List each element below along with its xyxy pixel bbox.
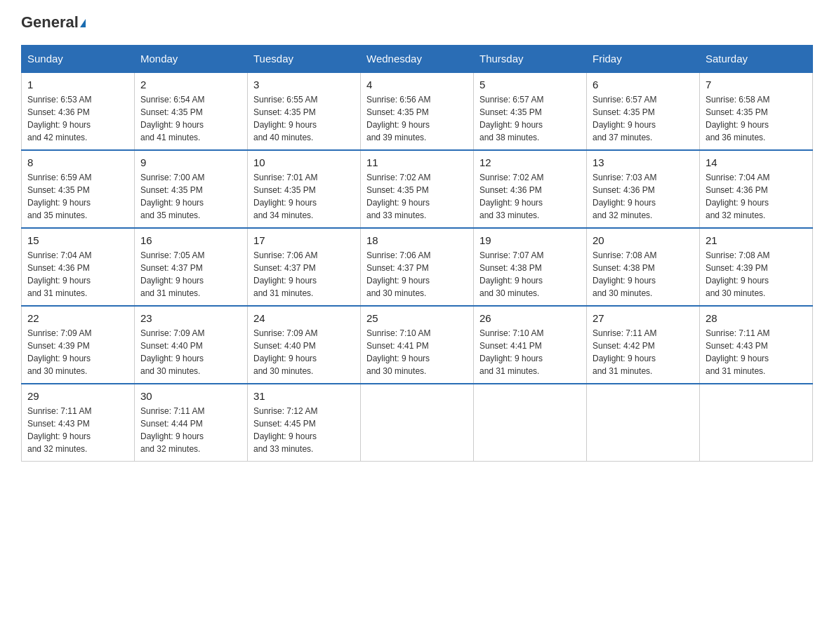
- day-info: Sunrise: 7:01 AM Sunset: 4:35 PM Dayligh…: [253, 171, 355, 222]
- weekday-header-sunday: Sunday: [22, 46, 135, 73]
- day-number: 20: [593, 234, 694, 246]
- day-info: Sunrise: 7:09 AM Sunset: 4:40 PM Dayligh…: [253, 327, 355, 377]
- day-number: 28: [706, 312, 807, 324]
- day-number: 1: [27, 79, 128, 90]
- logo-line1: General: [21, 14, 86, 31]
- day-info: Sunrise: 7:11 AM Sunset: 4:43 PM Dayligh…: [27, 405, 128, 455]
- day-number: 21: [706, 234, 807, 246]
- day-info: Sunrise: 7:11 AM Sunset: 4:43 PM Dayligh…: [706, 327, 807, 377]
- calendar-cell: [361, 384, 474, 462]
- day-info: Sunrise: 7:12 AM Sunset: 4:45 PM Dayligh…: [253, 405, 355, 455]
- calendar-cell: [700, 384, 813, 462]
- day-number: 19: [479, 234, 581, 246]
- day-info: Sunrise: 7:10 AM Sunset: 4:41 PM Dayligh…: [366, 327, 468, 377]
- day-number: 3: [253, 79, 355, 90]
- calendar-cell: 16 Sunrise: 7:05 AM Sunset: 4:37 PM Dayl…: [135, 228, 248, 306]
- calendar-cell: 31 Sunrise: 7:12 AM Sunset: 4:45 PM Dayl…: [248, 384, 361, 462]
- day-number: 11: [366, 156, 468, 168]
- calendar-cell: 13 Sunrise: 7:03 AM Sunset: 4:36 PM Dayl…: [587, 150, 700, 228]
- day-number: 23: [140, 312, 241, 324]
- calendar-cell: 14 Sunrise: 7:04 AM Sunset: 4:36 PM Dayl…: [700, 150, 813, 228]
- calendar-body: 1 Sunrise: 6:53 AM Sunset: 4:36 PM Dayli…: [22, 72, 813, 462]
- calendar-cell: 18 Sunrise: 7:06 AM Sunset: 4:37 PM Dayl…: [361, 228, 474, 306]
- day-info: Sunrise: 7:02 AM Sunset: 4:36 PM Dayligh…: [479, 171, 581, 222]
- calendar-cell: 17 Sunrise: 7:06 AM Sunset: 4:37 PM Dayl…: [248, 228, 361, 306]
- day-number: 17: [253, 234, 355, 246]
- day-number: 8: [27, 156, 128, 168]
- day-number: 16: [140, 234, 241, 246]
- day-number: 13: [593, 156, 694, 168]
- day-number: 2: [140, 79, 241, 90]
- weekday-header-wednesday: Wednesday: [361, 46, 474, 73]
- weekday-header-thursday: Thursday: [474, 46, 587, 73]
- day-info: Sunrise: 7:09 AM Sunset: 4:40 PM Dayligh…: [140, 327, 241, 377]
- logo-triangle-icon: [80, 19, 86, 27]
- day-number: 30: [140, 390, 241, 402]
- day-number: 4: [366, 79, 468, 90]
- calendar-cell: 4 Sunrise: 6:56 AM Sunset: 4:35 PM Dayli…: [361, 72, 474, 150]
- calendar-week-row: 15 Sunrise: 7:04 AM Sunset: 4:36 PM Dayl…: [22, 228, 813, 306]
- calendar-week-row: 1 Sunrise: 6:53 AM Sunset: 4:36 PM Dayli…: [22, 72, 813, 150]
- calendar-cell: 8 Sunrise: 6:59 AM Sunset: 4:35 PM Dayli…: [22, 150, 135, 228]
- weekday-header-row: SundayMondayTuesdayWednesdayThursdayFrid…: [22, 46, 813, 73]
- calendar-week-row: 22 Sunrise: 7:09 AM Sunset: 4:39 PM Dayl…: [22, 306, 813, 384]
- calendar-cell: 30 Sunrise: 7:11 AM Sunset: 4:44 PM Dayl…: [135, 384, 248, 462]
- day-info: Sunrise: 6:58 AM Sunset: 4:35 PM Dayligh…: [706, 93, 807, 144]
- day-number: 6: [593, 79, 694, 90]
- day-number: 27: [593, 312, 694, 324]
- day-number: 5: [479, 79, 581, 90]
- calendar-cell: 11 Sunrise: 7:02 AM Sunset: 4:35 PM Dayl…: [361, 150, 474, 228]
- day-number: 14: [706, 156, 807, 168]
- day-number: 29: [27, 390, 128, 402]
- day-info: Sunrise: 7:05 AM Sunset: 4:37 PM Dayligh…: [140, 249, 241, 300]
- day-info: Sunrise: 7:04 AM Sunset: 4:36 PM Dayligh…: [27, 249, 128, 300]
- weekday-header-monday: Monday: [135, 46, 248, 73]
- day-info: Sunrise: 6:56 AM Sunset: 4:35 PM Dayligh…: [366, 93, 468, 144]
- calendar-cell: 28 Sunrise: 7:11 AM Sunset: 4:43 PM Dayl…: [700, 306, 813, 384]
- calendar-cell: 23 Sunrise: 7:09 AM Sunset: 4:40 PM Dayl…: [135, 306, 248, 384]
- day-info: Sunrise: 6:57 AM Sunset: 4:35 PM Dayligh…: [479, 93, 581, 144]
- day-info: Sunrise: 7:11 AM Sunset: 4:44 PM Dayligh…: [140, 405, 241, 455]
- calendar-cell: [474, 384, 587, 462]
- calendar-table: SundayMondayTuesdayWednesdayThursdayFrid…: [21, 45, 813, 462]
- weekday-header-tuesday: Tuesday: [248, 46, 361, 73]
- calendar-header: SundayMondayTuesdayWednesdayThursdayFrid…: [22, 46, 813, 73]
- day-number: 7: [706, 79, 807, 90]
- page-header: General: [21, 14, 813, 31]
- calendar-cell: 21 Sunrise: 7:08 AM Sunset: 4:39 PM Dayl…: [700, 228, 813, 306]
- calendar-cell: 1 Sunrise: 6:53 AM Sunset: 4:36 PM Dayli…: [22, 72, 135, 150]
- calendar-cell: 25 Sunrise: 7:10 AM Sunset: 4:41 PM Dayl…: [361, 306, 474, 384]
- day-info: Sunrise: 6:53 AM Sunset: 4:36 PM Dayligh…: [27, 93, 128, 144]
- calendar-cell: 3 Sunrise: 6:55 AM Sunset: 4:35 PM Dayli…: [248, 72, 361, 150]
- day-info: Sunrise: 6:57 AM Sunset: 4:35 PM Dayligh…: [593, 93, 694, 144]
- day-info: Sunrise: 7:08 AM Sunset: 4:38 PM Dayligh…: [593, 249, 694, 300]
- day-info: Sunrise: 6:59 AM Sunset: 4:35 PM Dayligh…: [27, 171, 128, 222]
- calendar-cell: 22 Sunrise: 7:09 AM Sunset: 4:39 PM Dayl…: [22, 306, 135, 384]
- day-number: 12: [479, 156, 581, 168]
- calendar-cell: 6 Sunrise: 6:57 AM Sunset: 4:35 PM Dayli…: [587, 72, 700, 150]
- day-number: 26: [479, 312, 581, 324]
- day-number: 22: [27, 312, 128, 324]
- calendar-cell: [587, 384, 700, 462]
- day-info: Sunrise: 7:06 AM Sunset: 4:37 PM Dayligh…: [253, 249, 355, 300]
- calendar-week-row: 8 Sunrise: 6:59 AM Sunset: 4:35 PM Dayli…: [22, 150, 813, 228]
- day-number: 31: [253, 390, 355, 402]
- day-info: Sunrise: 7:03 AM Sunset: 4:36 PM Dayligh…: [593, 171, 694, 222]
- day-info: Sunrise: 7:07 AM Sunset: 4:38 PM Dayligh…: [479, 249, 581, 300]
- day-info: Sunrise: 7:08 AM Sunset: 4:39 PM Dayligh…: [706, 249, 807, 300]
- day-number: 15: [27, 234, 128, 246]
- day-info: Sunrise: 7:10 AM Sunset: 4:41 PM Dayligh…: [479, 327, 581, 377]
- calendar-cell: 7 Sunrise: 6:58 AM Sunset: 4:35 PM Dayli…: [700, 72, 813, 150]
- calendar-cell: 26 Sunrise: 7:10 AM Sunset: 4:41 PM Dayl…: [474, 306, 587, 384]
- day-info: Sunrise: 7:04 AM Sunset: 4:36 PM Dayligh…: [706, 171, 807, 222]
- day-info: Sunrise: 6:54 AM Sunset: 4:35 PM Dayligh…: [140, 93, 241, 144]
- calendar-cell: 20 Sunrise: 7:08 AM Sunset: 4:38 PM Dayl…: [587, 228, 700, 306]
- calendar-cell: 12 Sunrise: 7:02 AM Sunset: 4:36 PM Dayl…: [474, 150, 587, 228]
- calendar-cell: 19 Sunrise: 7:07 AM Sunset: 4:38 PM Dayl…: [474, 228, 587, 306]
- day-info: Sunrise: 7:02 AM Sunset: 4:35 PM Dayligh…: [366, 171, 468, 222]
- day-number: 18: [366, 234, 468, 246]
- day-number: 10: [253, 156, 355, 168]
- logo: General: [21, 14, 86, 31]
- calendar-cell: 24 Sunrise: 7:09 AM Sunset: 4:40 PM Dayl…: [248, 306, 361, 384]
- calendar-cell: 5 Sunrise: 6:57 AM Sunset: 4:35 PM Dayli…: [474, 72, 587, 150]
